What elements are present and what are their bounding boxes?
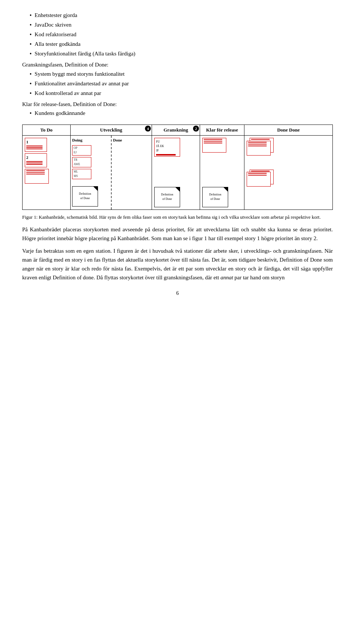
- card-line: [26, 146, 43, 146]
- bullet-tester: Alla tester godkända: [30, 40, 333, 49]
- kanban-col-klar: Definitionof Done: [200, 136, 244, 209]
- card-line: [26, 164, 43, 165]
- card-line: [26, 147, 43, 148]
- kanban-col-done: [244, 136, 332, 209]
- section-granskning: Granskningsfasen, Definition of Done:: [22, 61, 333, 69]
- figure-caption: Figur 1: Kanbanbräde, schematisk bild. H…: [22, 214, 333, 221]
- story-card-blank: [25, 169, 49, 184]
- para3-main: Varje fas betraktas som en egen station.…: [22, 248, 333, 280]
- card-line: [26, 163, 43, 163]
- header-todo: To Do: [23, 125, 71, 135]
- badge-granskning: 2: [193, 126, 199, 132]
- dod-text-klar: Definitionof Done: [209, 192, 222, 201]
- top-bullet-list: Enhetstester gjorda JavaDoc skriven Kod …: [30, 11, 333, 58]
- body-para-2: På Kanbanbrädet placeras storykorten med…: [22, 225, 333, 243]
- doing-label: Doing: [72, 137, 109, 143]
- task-ml-ms: MLMS: [72, 169, 91, 179]
- header-dev: Utveckling 4: [71, 125, 152, 135]
- done-card-4: [247, 172, 271, 187]
- card-line: [26, 161, 43, 162]
- done-sub-label: Done: [113, 137, 151, 143]
- dod-card-granskning: Definitionof Done: [154, 187, 180, 207]
- story-card-2: 2: [25, 153, 47, 167]
- klar-story-card: [202, 138, 226, 153]
- page-number: 6: [22, 289, 333, 297]
- review-card: FUJÄ EKJF: [154, 138, 180, 157]
- bullet-enhetstester: Enhetstester gjorda: [30, 11, 333, 20]
- dod-text-dev: Definitionof Done: [79, 192, 91, 201]
- bullet-javadoc: JavaDoc skriven: [30, 21, 333, 30]
- body-para-3: Varje fas betraktas som en egen station.…: [22, 246, 333, 282]
- done-card-2: [247, 141, 271, 156]
- para3-end: par tar hand om storyn: [234, 275, 285, 280]
- bullet-kunden: Kundens godkännande: [30, 109, 333, 118]
- kanban-col-dev: Doing OPEJ TRAWE MLMS Definitionof Don: [71, 136, 152, 209]
- review-names: FUJÄ EKJF: [156, 140, 178, 153]
- task-op-ej: OPEJ: [72, 145, 91, 156]
- dod-card-dev: Definitionof Done: [72, 186, 98, 207]
- card-line: [26, 149, 43, 149]
- kanban-col-granskning: FUJÄ EKJF Definitionof Done: [152, 136, 200, 209]
- para3-italic: annat: [220, 275, 233, 280]
- bullet-system: System byggt med storyns funktionalitet: [30, 70, 333, 79]
- bullet-refaktoriserad: Kod refaktoriserad: [30, 30, 333, 39]
- story-card-1: 1: [25, 138, 47, 152]
- task-tr-awe: TRAWE: [72, 157, 91, 167]
- dod-text-granskning: Definitionof Done: [161, 192, 173, 201]
- header-done: Done Done: [244, 125, 332, 135]
- kanban-body-row: 1 2: [23, 136, 332, 209]
- release-bullet-list: Kundens godkännande: [30, 109, 333, 118]
- bullet-kod: Kod kontrollerad av annat par: [30, 89, 333, 98]
- granskning-bullet-list: System byggt med storyns funktionalitet …: [30, 70, 333, 98]
- kanban-board: To Do Utveckling 4 Granskning 2 Klar för…: [22, 125, 333, 210]
- header-klar: Klar för release: [200, 125, 244, 135]
- kanban-header-row: To Do Utveckling 4 Granskning 2 Klar för…: [23, 125, 332, 136]
- figure-caption-text: Här syns de fem olika faser som en story…: [99, 214, 321, 220]
- bullet-story: Storyfunktionalitet färdig (Alla tasks f…: [30, 50, 333, 58]
- sub-col-done: Done: [112, 136, 152, 209]
- badge-dev: 4: [145, 126, 151, 132]
- dev-sub-cols: Doing OPEJ TRAWE MLMS Definitionof Don: [71, 136, 152, 209]
- sub-col-doing: Doing OPEJ TRAWE MLMS Definitionof Don: [71, 136, 112, 209]
- header-granskning: Granskning 2: [152, 125, 200, 135]
- dod-card-klar: Definitionof Done: [202, 187, 228, 207]
- section-release: Klar för release-fasen, Definition of Do…: [22, 100, 333, 109]
- bullet-funktionalitet: Funktionalitet användartestad av annat p…: [30, 79, 333, 88]
- kanban-col-todo: 1 2: [23, 136, 71, 209]
